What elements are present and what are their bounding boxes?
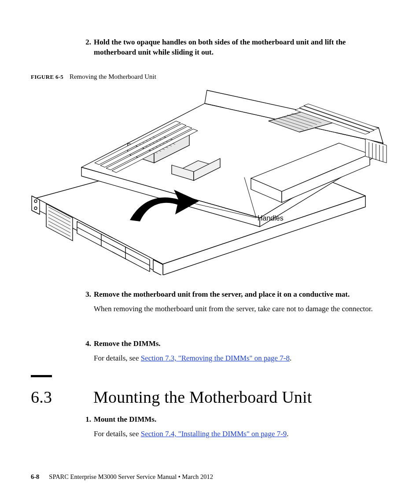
step-4-number: 4. — [81, 339, 91, 349]
mount-step-1-body: Mount the DIMMs. For details, see Sectio… — [94, 415, 383, 439]
svg-point-15 — [34, 200, 37, 202]
link-installing-dimms[interactable]: Section 7.4, "Installing the DIMMs" on p… — [141, 430, 287, 438]
mount-step-1-para: For details, see Section 7.4, "Installin… — [94, 429, 383, 439]
page-number: 6-8 — [31, 473, 39, 481]
step-2-number: 2. — [81, 37, 91, 48]
section-number: 6.3 — [31, 387, 93, 407]
svg-point-16 — [34, 207, 37, 210]
mount-step-1-prefix: For details, see — [94, 430, 141, 438]
step-4-prefix: For details, see — [94, 354, 141, 362]
section-heading-6-3: 6.3 Mounting the Motherboard Unit — [31, 387, 312, 407]
mount-step-1-bold: Mount the DIMMs. — [94, 415, 156, 423]
step-4-bold: Remove the DIMMs. — [94, 339, 161, 348]
link-removing-dimms[interactable]: Section 7.3, "Removing the DIMMs" on pag… — [141, 354, 290, 362]
step-3: 3. Remove the motherboard unit from the … — [81, 290, 383, 314]
step-3-body: Remove the motherboard unit from the ser… — [94, 290, 383, 314]
section-divider-rule — [31, 375, 52, 377]
step-4-para: For details, see Section 7.3, "Removing … — [94, 353, 383, 364]
step-3-bold: Remove the motherboard unit from the ser… — [94, 290, 350, 298]
mount-step-1-number: 1. — [81, 415, 91, 425]
page-footer: 6-8 SPARC Enterprise M3000 Server Servic… — [31, 473, 213, 481]
step-2: 2. Hold the two opaque handles on both s… — [81, 37, 381, 58]
figure-title: Removing the Motherboard Unit — [70, 73, 156, 80]
figure-caption: FIGURE 6-5 Removing the Motherboard Unit — [31, 73, 156, 81]
mount-step-1: 1. Mount the DIMMs. For details, see Sec… — [81, 415, 383, 439]
step-3-para: When removing the motherboard unit from … — [94, 304, 383, 314]
step-4-suffix: . — [290, 354, 291, 362]
step-2-text: Hold the two opaque handles on both side… — [94, 37, 381, 58]
mount-step-1-suffix: . — [287, 430, 288, 438]
figure-id: FIGURE 6-5 — [31, 74, 63, 80]
figure-6-5-illustration: Handles — [31, 86, 387, 275]
step-3-number: 3. — [81, 290, 91, 300]
callout-handles: Handles — [258, 214, 284, 222]
footer-title: SPARC Enterprise M3000 Server Service Ma… — [49, 473, 213, 481]
section-title: Mounting the Motherboard Unit — [93, 387, 312, 407]
step-4-body: Remove the DIMMs. For details, see Secti… — [94, 339, 383, 364]
step-4: 4. Remove the DIMMs. For details, see Se… — [81, 339, 383, 364]
